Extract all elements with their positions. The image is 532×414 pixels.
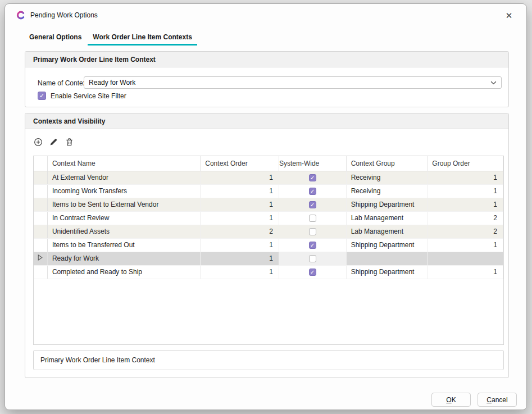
cell-context-order[interactable]: 1: [201, 198, 279, 211]
cell-context-order[interactable]: 1: [201, 171, 279, 184]
cell-context-group[interactable]: Shipping Department: [347, 198, 428, 211]
summary-box: Primary Work Order Line Item Context: [33, 350, 504, 370]
system-wide-checkbox[interactable]: [309, 188, 316, 195]
cell-context-group[interactable]: Receiving: [347, 185, 428, 198]
row-selector[interactable]: [34, 225, 48, 238]
header-context-name[interactable]: Context Name: [48, 156, 201, 171]
row-selector[interactable]: [34, 185, 48, 198]
cell-group-order[interactable]: [428, 252, 503, 265]
cell-system-wide[interactable]: [279, 252, 347, 265]
table-body: At External Vendor 1 Receiving 1 Incomin…: [34, 171, 503, 279]
header-group-order[interactable]: Group Order: [428, 156, 503, 171]
cell-group-order[interactable]: 1: [428, 198, 503, 211]
cell-context-order[interactable]: 1: [201, 252, 279, 265]
cell-context-name[interactable]: Incoming Work Transfers: [48, 185, 201, 198]
cell-group-order[interactable]: 1: [428, 266, 503, 279]
table-row[interactable]: Items to be Transferred Out 1 Shipping D…: [34, 239, 503, 252]
dialog-button-row: OK Cancel: [431, 393, 517, 407]
enable-service-site-filter-label: Enable Service Site Filter: [51, 92, 126, 100]
name-of-context-label: Name of Context: [38, 79, 88, 87]
system-wide-checkbox[interactable]: [309, 228, 316, 235]
table-row[interactable]: In Contract Review 1 Lab Management 2: [34, 212, 503, 225]
ok-button[interactable]: OK: [431, 393, 471, 407]
cell-context-order[interactable]: 1: [201, 212, 279, 225]
cell-system-wide[interactable]: [279, 225, 347, 238]
table-row[interactable]: At External Vendor 1 Receiving 1: [34, 171, 503, 185]
cell-context-group[interactable]: Lab Management: [347, 225, 428, 238]
cell-context-name[interactable]: In Contract Review: [48, 212, 201, 225]
cell-context-name[interactable]: Items to be Transferred Out: [48, 239, 201, 252]
system-wide-checkbox[interactable]: [309, 215, 316, 222]
pending-work-options-dialog: Pending Work Options ✕ General Options W…: [4, 3, 527, 410]
primary-context-groupbox: Primary Work Order Line Item Context Nam…: [25, 51, 509, 107]
circle-plus-icon: [34, 138, 43, 147]
cell-context-name[interactable]: Completed and Ready to Ship: [48, 266, 201, 279]
cell-system-wide[interactable]: [279, 198, 347, 211]
contexts-table: Context Name Context Order System-Wide C…: [33, 156, 504, 345]
row-selector[interactable]: [34, 212, 48, 225]
cell-group-order[interactable]: 1: [428, 171, 503, 184]
cell-group-order[interactable]: 2: [428, 225, 503, 238]
enable-service-site-filter-checkbox[interactable]: [38, 92, 46, 100]
cell-context-name[interactable]: Ready for Work: [48, 252, 201, 265]
enable-service-site-filter[interactable]: Enable Service Site Filter: [38, 92, 126, 100]
delete-button[interactable]: [65, 137, 74, 147]
app-logo-icon: [16, 11, 25, 20]
table-row[interactable]: Unidentified Assets 2 Lab Management 2: [34, 225, 503, 239]
cancel-button[interactable]: Cancel: [478, 393, 517, 407]
tab-general-options[interactable]: General Options: [24, 30, 87, 46]
table-row[interactable]: Completed and Ready to Ship 1 Shipping D…: [34, 266, 503, 279]
cell-context-name[interactable]: Unidentified Assets: [48, 225, 201, 238]
combobox-value: Ready for Work: [89, 79, 490, 87]
header-context-group[interactable]: Context Group: [347, 156, 428, 171]
cell-system-wide[interactable]: [279, 171, 347, 184]
cell-context-order[interactable]: 2: [201, 225, 279, 238]
system-wide-checkbox[interactable]: [309, 255, 316, 262]
table-row[interactable]: Ready for Work 1: [34, 252, 503, 266]
cell-context-group[interactable]: Receiving: [347, 171, 428, 184]
titlebar: Pending Work Options ✕: [5, 4, 526, 26]
cell-system-wide[interactable]: [279, 185, 347, 198]
cell-context-name[interactable]: At External Vendor: [48, 171, 201, 184]
row-selector[interactable]: [34, 171, 48, 184]
system-wide-checkbox[interactable]: [309, 242, 316, 249]
cell-system-wide[interactable]: [279, 239, 347, 252]
table-row[interactable]: Incoming Work Transfers 1 Receiving 1: [34, 185, 503, 198]
system-wide-checkbox[interactable]: [309, 174, 316, 181]
row-selector[interactable]: [34, 252, 48, 265]
header-system-wide[interactable]: System-Wide: [279, 156, 347, 171]
cell-context-order[interactable]: 1: [201, 266, 279, 279]
close-icon[interactable]: ✕: [503, 10, 515, 22]
cell-context-group[interactable]: Shipping Department: [347, 266, 428, 279]
cell-context-group[interactable]: [347, 252, 428, 265]
window-title: Pending Work Options: [30, 11, 98, 19]
primary-context-groupbox-title: Primary Work Order Line Item Context: [25, 52, 508, 67]
cell-system-wide[interactable]: [279, 212, 347, 225]
cell-group-order[interactable]: 1: [428, 239, 503, 252]
edit-button[interactable]: [49, 137, 58, 147]
header-context-order[interactable]: Context Order: [201, 156, 279, 171]
cell-group-order[interactable]: 1: [428, 185, 503, 198]
table-row[interactable]: Items to be Sent to External Vendor 1 Sh…: [34, 198, 503, 212]
cell-context-order[interactable]: 1: [201, 239, 279, 252]
row-selector[interactable]: [34, 266, 48, 279]
row-selector[interactable]: [34, 239, 48, 252]
chevron-down-icon: [490, 79, 497, 87]
add-button[interactable]: [33, 137, 43, 147]
pencil-icon: [49, 138, 58, 146]
table-header-row: Context Name Context Order System-Wide C…: [34, 156, 503, 171]
cell-context-name[interactable]: Items to be Sent to External Vendor: [48, 198, 201, 211]
name-of-context-combobox[interactable]: Ready for Work: [84, 76, 502, 89]
system-wide-checkbox[interactable]: [309, 269, 316, 276]
cell-group-order[interactable]: 2: [428, 212, 503, 225]
tab-bar: General Options Work Order Line Item Con…: [24, 30, 197, 46]
cell-context-group[interactable]: Lab Management: [347, 212, 428, 225]
header-row-selector: [34, 156, 48, 171]
cell-context-order[interactable]: 1: [201, 185, 279, 198]
cell-context-group[interactable]: Shipping Department: [347, 239, 428, 252]
cell-system-wide[interactable]: [279, 266, 347, 279]
tab-work-order-line-item-contexts[interactable]: Work Order Line Item Contexts: [88, 30, 197, 46]
current-row-arrow-icon: [38, 252, 43, 265]
system-wide-checkbox[interactable]: [309, 201, 316, 208]
row-selector[interactable]: [34, 198, 48, 211]
